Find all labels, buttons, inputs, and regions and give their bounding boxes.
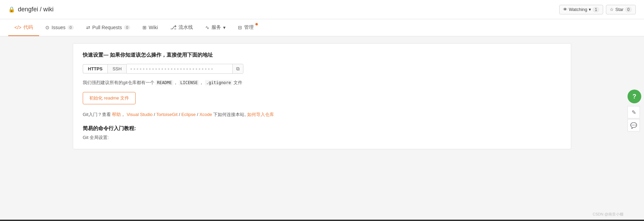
star-button[interactable]: ☆ Star 0: [606, 5, 636, 14]
visual-studio-link[interactable]: Visual Studio: [127, 112, 153, 117]
url-input-wrap: ⧉: [127, 64, 243, 74]
watching-label: Watching: [569, 7, 587, 12]
tab-code-label: 代码: [23, 24, 33, 31]
tab-services-label: 服务: [211, 24, 221, 31]
watching-button[interactable]: 👁 Watching ▾ 1: [559, 5, 603, 14]
init-readme-button[interactable]: 初始化 readme 文件: [83, 92, 136, 104]
chat-float-button[interactable]: 💬: [628, 119, 640, 131]
git-intro-middle: 下如何连接本站,: [213, 112, 246, 117]
git-global-label: Git 全局设置:: [83, 135, 561, 141]
help-link[interactable]: 帮助: [112, 112, 121, 117]
tab-wiki[interactable]: ⊞ Wiki: [136, 20, 164, 36]
tab-pipeline-label: 流水线: [179, 24, 193, 31]
star-count: 0: [625, 7, 632, 12]
lock-icon: 🔒: [8, 6, 15, 13]
recommend-text: 我们强烈建议所有的git仓库都有一个 README， LICENSE， .git…: [83, 79, 561, 86]
repo-title-text: dengfei / wiki: [18, 6, 54, 13]
gitignore-code: .gitignore: [205, 80, 232, 85]
pipeline-icon: ⎇: [170, 24, 176, 31]
url-tabs: HTTPS SSH ⧉: [83, 64, 561, 74]
issues-icon: ⊙: [45, 25, 49, 30]
main-content: 快速设置— 如果你知道该怎么操作，直接使用下面的地址 HTTPS SSH ⧉ 我…: [65, 43, 579, 149]
import-link[interactable]: 如何导入仓库: [247, 112, 274, 117]
help-question-icon: ?: [633, 93, 636, 100]
code-icon: </>: [14, 25, 21, 30]
quick-setup-title: 快速设置— 如果你知道该怎么操作，直接使用下面的地址: [83, 52, 561, 58]
admin-dot: [255, 23, 258, 25]
issues-badge: 0: [68, 25, 74, 30]
edit-float-button[interactable]: ✎: [628, 106, 640, 118]
repo-title: 🔒 dengfei / wiki: [8, 6, 54, 13]
git-intro-prefix: Git入门？查看: [83, 112, 111, 117]
recommend-suffix: 文件: [233, 80, 242, 85]
repo-name-link[interactable]: wiki: [43, 6, 54, 13]
services-icon: ∿: [205, 25, 209, 30]
tab-issues-label: Issues: [51, 25, 65, 30]
eclipse-link[interactable]: Eclipse: [181, 112, 196, 117]
nav-tabs: </> 代码 ⊙ Issues 0 ⇄ Pull Requests 0 ⊞ Wi…: [0, 19, 644, 36]
tab-issues[interactable]: ⊙ Issues 0: [39, 20, 80, 36]
git-intro: Git入门？查看 帮助， Visual Studio / TortoiseGit…: [83, 110, 561, 118]
tab-services[interactable]: ∿ 服务 ▾: [199, 20, 232, 36]
quick-setup-box: 快速设置— 如果你知道该怎么操作，直接使用下面的地址 HTTPS SSH ⧉ 我…: [73, 43, 571, 149]
command-title: 简易的命令行入门教程:: [83, 125, 561, 132]
tab-pr-label: Pull Requests: [92, 25, 122, 30]
admin-icon: ⊟: [238, 25, 242, 30]
star-label: Star: [615, 7, 623, 12]
recommend-prefix: 我们强烈建议所有的git仓库都有一个: [83, 80, 154, 85]
eye-icon: 👁: [563, 7, 567, 12]
pr-badge: 0: [124, 25, 130, 30]
top-header: 🔒 dengfei / wiki 👁 Watching ▾ 1 ☆ Star 0: [0, 0, 644, 19]
repo-separator: /: [40, 6, 43, 13]
tab-pipeline[interactable]: ⎇ 流水线: [164, 19, 199, 36]
wiki-icon: ⊞: [142, 25, 147, 30]
pr-icon: ⇄: [86, 25, 90, 30]
copy-icon: ⧉: [236, 66, 240, 71]
ssh-tab[interactable]: SSH: [107, 64, 127, 73]
license-code: LICENSE: [179, 80, 199, 85]
edit-icon: ✎: [632, 109, 636, 116]
xcode-link[interactable]: Xcode: [199, 112, 212, 117]
tab-admin-label: 管理: [244, 24, 254, 31]
tab-admin[interactable]: ⊟ 管理: [232, 20, 260, 36]
help-float-button[interactable]: ?: [628, 90, 641, 103]
url-input[interactable]: [127, 65, 232, 72]
services-dropdown-icon: ▾: [223, 25, 226, 30]
chat-icon: 💬: [630, 122, 637, 129]
tab-wiki-label: Wiki: [149, 25, 158, 30]
watching-count: 1: [593, 7, 600, 12]
star-icon: ☆: [610, 7, 614, 12]
watching-dropdown-icon: ▾: [589, 7, 591, 12]
copy-button[interactable]: ⧉: [232, 64, 243, 73]
repo-owner-link[interactable]: dengfei: [18, 6, 38, 13]
tab-pull-requests[interactable]: ⇄ Pull Requests 0: [80, 20, 137, 36]
https-tab[interactable]: HTTPS: [83, 64, 107, 73]
readme-code: README: [156, 80, 173, 85]
tab-code[interactable]: </> 代码: [8, 20, 39, 36]
header-actions: 👁 Watching ▾ 1 ☆ Star 0: [559, 5, 636, 14]
tortoiseGit-link[interactable]: TortoiseGit: [156, 112, 177, 117]
right-float-panel: ? ✎ 💬: [628, 90, 644, 131]
